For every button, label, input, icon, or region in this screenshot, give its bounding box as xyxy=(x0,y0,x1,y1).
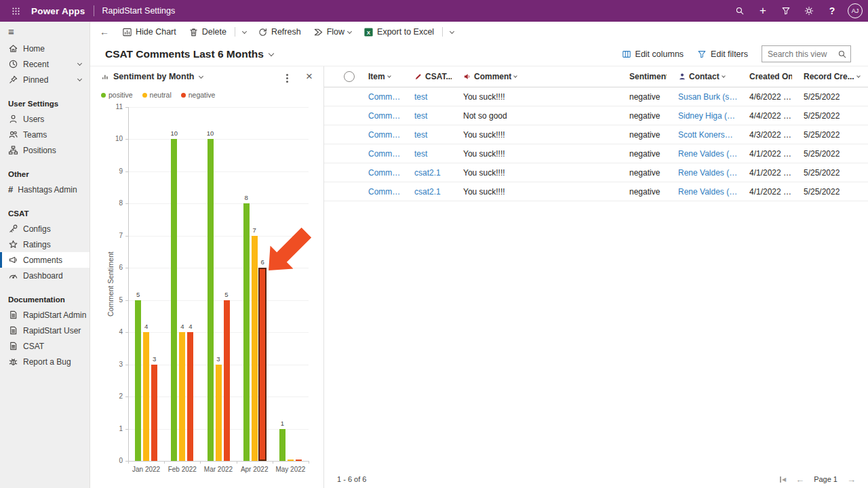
cell-record_created: 5/25/2022 xyxy=(792,168,868,178)
person-fill-icon xyxy=(678,73,686,81)
x-tick-label: May 2022 xyxy=(273,466,309,473)
bar-positive-apr-2022[interactable] xyxy=(243,203,250,461)
sidebar-item-users[interactable]: Users xyxy=(0,111,90,127)
table-row-4[interactable]: CommenttestYou suck!!!!negativeRene Vald… xyxy=(324,144,868,163)
bar-negative-mar-2022[interactable] xyxy=(224,300,230,461)
cell-item[interactable]: Comment xyxy=(357,111,403,121)
environment-name[interactable]: RapidStart Settings xyxy=(102,6,176,16)
filter-icon[interactable] xyxy=(774,0,797,22)
sidebar-item-positions[interactable]: Positions xyxy=(0,142,90,158)
column-header-contact[interactable]: Contact xyxy=(667,72,738,81)
sidebar-item-label: RapidStart User xyxy=(23,326,81,336)
cell-item[interactable]: Comment xyxy=(357,149,403,159)
cell-contact[interactable]: Sidney Higa (sample) xyxy=(667,111,738,121)
bar-neutral-jan-2022[interactable] xyxy=(143,332,149,461)
gear-icon[interactable] xyxy=(797,0,821,22)
table-row-6[interactable]: Commentcsat2.1You suck!!!!negativeRene V… xyxy=(324,182,868,201)
first-page-icon[interactable]: ◀ xyxy=(780,476,786,483)
gauge-icon xyxy=(8,270,18,281)
sidebar-item-home[interactable]: Home xyxy=(0,41,90,56)
bar-negative-may-2022[interactable] xyxy=(296,460,302,461)
cell-contact[interactable]: Rene Valdes (sample) xyxy=(667,149,738,159)
select-all-checkbox[interactable] xyxy=(344,71,355,82)
sidebar-item-comments[interactable]: Comments xyxy=(0,252,90,268)
table-row-5[interactable]: Commentcsat2.1You suck!!!!negativeRene V… xyxy=(324,163,868,182)
chart-selector[interactable]: Sentiment by Month xyxy=(101,72,203,81)
cell-csat[interactable]: csat2.1 xyxy=(403,187,452,197)
sidebar-item-report-a-bug[interactable]: Report a Bug xyxy=(0,354,90,369)
cell-record_created: 5/25/2022 xyxy=(792,92,868,102)
sidebar-item-hashtags-admin[interactable]: #Hashtags Admin xyxy=(0,182,90,197)
hamburger-menu-icon[interactable]: ≡ xyxy=(0,22,90,41)
sidebar-item-ratings[interactable]: Ratings xyxy=(0,237,90,252)
export-to-excel-button[interactable]: XExport to Excel xyxy=(357,22,440,42)
table-row-3[interactable]: CommenttestYou suck!!!!negativeScott Kon… xyxy=(324,125,868,144)
sidebar-item-pinned[interactable]: Pinned xyxy=(0,72,90,87)
cell-item[interactable]: Comment xyxy=(357,168,403,178)
bar-positive-feb-2022[interactable] xyxy=(171,139,177,461)
bar-negative-feb-2022[interactable] xyxy=(187,332,193,461)
bar-neutral-apr-2022[interactable] xyxy=(252,236,258,461)
command-overflow-chevron[interactable] xyxy=(445,30,459,35)
command-overflow-chevron[interactable] xyxy=(237,30,252,35)
search-view-icon[interactable] xyxy=(834,49,850,59)
sidebar-item-dashboard[interactable]: Dashboard xyxy=(0,268,90,283)
sidebar-item-label: Recent xyxy=(23,60,49,69)
cell-contact[interactable]: Scott Konersmann (... xyxy=(667,130,738,140)
cell-csat[interactable]: test xyxy=(403,149,452,159)
sidebar-item-configs[interactable]: Configs xyxy=(0,221,90,237)
bar-positive-mar-2022[interactable] xyxy=(208,139,214,461)
x-tick-label: Jan 2022 xyxy=(128,466,164,473)
column-label: Created On xyxy=(749,72,792,81)
waffle-icon[interactable] xyxy=(0,7,31,16)
sidebar-item-rapidstart-user[interactable]: RapidStart User xyxy=(0,323,90,338)
flow-button[interactable]: Flow xyxy=(307,22,357,42)
chevron-down-icon xyxy=(856,74,861,78)
avatar[interactable]: AJ xyxy=(848,3,863,18)
column-header-record_created[interactable]: Record Cre... xyxy=(792,72,868,81)
plus-icon[interactable]: + xyxy=(751,0,774,22)
column-header-csat[interactable]: CSAT...↓ xyxy=(403,72,452,81)
cell-item[interactable]: Comment xyxy=(357,187,403,197)
view-selector[interactable]: CSAT Comments Last 6 Months xyxy=(105,48,273,60)
delete-button[interactable]: Delete xyxy=(182,22,233,42)
bar-negative-apr-2022[interactable] xyxy=(258,268,267,461)
bar-neutral-may-2022[interactable] xyxy=(288,460,294,461)
bar-neutral-mar-2022[interactable] xyxy=(216,365,222,461)
sidebar-item-teams[interactable]: Teams xyxy=(0,127,90,142)
cell-contact[interactable]: Rene Valdes (sample) xyxy=(667,187,738,197)
cell-item[interactable]: Comment xyxy=(357,92,403,102)
bar-positive-may-2022[interactable] xyxy=(279,429,285,461)
cell-csat[interactable]: test xyxy=(403,130,452,140)
search-icon[interactable] xyxy=(728,0,751,22)
back-button[interactable]: ← xyxy=(100,26,109,37)
next-page-icon[interactable]: → xyxy=(847,474,856,485)
sidebar-item-recent[interactable]: Recent xyxy=(0,56,90,72)
edit-columns-button[interactable]: Edit columns xyxy=(622,49,684,59)
column-header-item[interactable]: Item xyxy=(357,72,403,81)
column-header-created_on[interactable]: Created On↓ xyxy=(738,72,792,81)
refresh-button[interactable]: Refresh xyxy=(252,22,307,42)
chart-close-icon[interactable]: × xyxy=(306,70,313,82)
help-icon[interactable]: ? xyxy=(821,0,844,22)
hide-chart-button[interactable]: Hide Chart xyxy=(116,22,182,42)
cell-csat[interactable]: test xyxy=(403,92,452,102)
sidebar-item-csat[interactable]: CSAT xyxy=(0,338,90,354)
edit-filters-button[interactable]: Edit filters xyxy=(697,49,748,59)
sidebar-item-rapidstart-admin[interactable]: RapidStart Admin xyxy=(0,307,90,323)
cell-item[interactable]: Comment xyxy=(357,130,403,140)
table-body: CommenttestYou suck!!!!negativeSusan Bur… xyxy=(324,87,868,201)
cell-contact[interactable]: Susan Burk (sample) xyxy=(667,92,738,102)
view-search-input[interactable] xyxy=(762,49,834,59)
bar-negative-jan-2022[interactable] xyxy=(151,365,157,461)
table-row-1[interactable]: CommenttestYou suck!!!!negativeSusan Bur… xyxy=(324,87,868,106)
chart-more-icon[interactable] xyxy=(286,77,288,79)
column-header-sentiment[interactable]: Sentiment xyxy=(618,72,667,81)
bar-neutral-feb-2022[interactable] xyxy=(179,332,185,461)
column-header-comment[interactable]: Comment xyxy=(452,72,618,81)
cell-contact[interactable]: Rene Valdes (sample) xyxy=(667,168,738,178)
cell-csat[interactable]: csat2.1 xyxy=(403,168,452,178)
table-row-2[interactable]: CommenttestNot so goodnegativeSidney Hig… xyxy=(324,106,868,125)
previous-page-icon[interactable]: ← xyxy=(795,474,804,485)
cell-csat[interactable]: test xyxy=(403,111,452,121)
